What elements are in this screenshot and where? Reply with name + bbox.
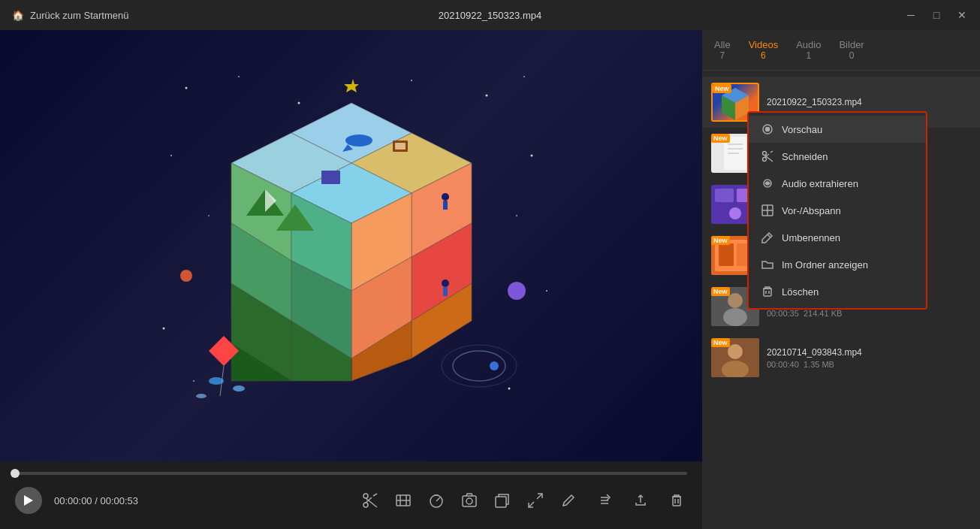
minimize-button[interactable]: ─	[905, 9, 917, 21]
sort-icon[interactable]	[594, 490, 615, 511]
new-badge-2: New	[711, 134, 730, 143]
time-separator: /	[92, 495, 101, 506]
svg-point-83	[466, 498, 472, 504]
svg-rect-91	[673, 497, 680, 506]
new-badge-6: New	[711, 338, 730, 347]
video-controls: 00:00:00 / 00:00:53	[0, 461, 702, 529]
tab-alle[interactable]: Alle 7	[714, 39, 731, 64]
resize-icon[interactable]	[525, 490, 546, 511]
svg-point-60	[508, 282, 526, 300]
svg-point-110	[728, 293, 743, 308]
progress-bar-container[interactable]	[15, 461, 687, 479]
right-controls	[558, 490, 687, 511]
svg-point-116	[766, 128, 770, 131]
home-icon: 🏠	[12, 10, 24, 21]
loeschen-icon	[761, 285, 774, 298]
context-menu-audio[interactable]: Audio extrahieren	[749, 170, 926, 197]
play-button[interactable]	[15, 487, 42, 514]
new-badge-5: New	[711, 287, 730, 296]
vorabspann-icon	[761, 204, 774, 217]
sidebar: Alle 7 Videos 6 Audio 1 Bilder 0 New	[702, 30, 980, 529]
svg-point-118	[763, 158, 767, 162]
progress-bar-track[interactable]	[15, 472, 687, 475]
progress-dot[interactable]	[11, 469, 20, 478]
svg-point-7	[530, 155, 532, 157]
media-name-1: 20210922_150323.mp4	[767, 97, 971, 107]
media-meta-6: 00:00:40 1.35 MB	[767, 360, 971, 369]
video-area: 00:00:00 / 00:00:53	[0, 30, 702, 529]
maximize-button[interactable]: □	[930, 9, 942, 21]
new-badge-4: New	[711, 236, 730, 245]
svg-point-104	[729, 207, 741, 219]
media-item-6[interactable]: New 20210714_093843.mp4 00:00:40 1.35 MB	[702, 332, 980, 383]
context-menu-vorschau[interactable]: Vorschau	[749, 116, 926, 143]
time-current: 00:00:00	[54, 495, 92, 506]
main-layout: 00:00:00 / 00:00:53	[0, 30, 980, 529]
edit-icon[interactable]	[558, 490, 579, 511]
svg-rect-82	[463, 496, 476, 506]
video-player[interactable]	[0, 30, 702, 461]
svg-point-11	[546, 290, 547, 292]
tab-audio-count: 1	[806, 50, 811, 61]
vorabspann-label: Vor-/Abspann	[782, 205, 841, 216]
svg-point-6	[170, 155, 172, 156]
svg-point-5	[523, 76, 525, 77]
tab-videos[interactable]: Videos 6	[749, 39, 779, 64]
tab-audio[interactable]: Audio 1	[796, 39, 821, 64]
svg-point-61	[180, 270, 192, 282]
context-menu-ordner[interactable]: Im Ordner anzeigen	[749, 251, 926, 278]
media-name-6: 20210714_093843.mp4	[767, 347, 971, 358]
speed-icon[interactable]	[426, 490, 447, 511]
svg-point-2	[297, 102, 300, 104]
context-menu-schneiden[interactable]: Schneiden	[749, 143, 926, 170]
svg-point-70	[363, 494, 368, 498]
svg-line-127	[767, 234, 770, 237]
sidebar-tabs: Alle 7 Videos 6 Audio 1 Bilder 0	[702, 30, 980, 71]
ordner-label: Im Ordner anzeigen	[782, 259, 868, 271]
svg-point-9	[516, 215, 517, 216]
svg-rect-49	[443, 287, 448, 296]
umbenennen-icon	[761, 231, 774, 244]
titlebar-left: 🏠 Zurück zum Startmenü	[12, 10, 129, 21]
svg-rect-54	[395, 143, 406, 150]
svg-point-56	[345, 135, 372, 147]
titlebar: 🏠 Zurück zum Startmenü 20210922_150323.m…	[0, 0, 980, 30]
svg-rect-102	[715, 189, 734, 202]
vorschau-icon	[761, 122, 774, 136]
svg-point-1	[238, 76, 240, 77]
svg-line-86	[529, 502, 534, 507]
context-menu-umbenennen[interactable]: Umbenennen	[749, 224, 926, 251]
tab-alle-count: 7	[720, 50, 725, 61]
tab-bilder[interactable]: Bilder 0	[839, 39, 864, 64]
export-icon[interactable]	[630, 490, 651, 511]
cube-illustration	[149, 65, 554, 426]
svg-point-117	[763, 152, 767, 156]
svg-rect-84	[496, 497, 506, 507]
trim-icon[interactable]	[393, 490, 414, 511]
titlebar-right: ─ □ ✕	[905, 9, 968, 21]
delete-icon[interactable]	[666, 490, 687, 511]
context-menu-loeschen[interactable]: Löschen	[749, 278, 926, 305]
context-menu-vorabspann[interactable]: Vor-/Abspann	[749, 197, 926, 224]
svg-rect-129	[764, 289, 771, 296]
svg-point-12	[193, 380, 194, 382]
context-menu: Vorschau Schneiden	[747, 111, 927, 310]
svg-point-113	[728, 344, 743, 359]
svg-point-3	[411, 80, 412, 81]
video-thumbnail	[0, 30, 702, 461]
svg-point-4	[485, 95, 487, 97]
svg-point-10	[162, 328, 164, 330]
cut-icon[interactable]	[360, 490, 381, 511]
back-label[interactable]: Zurück zum Startmenü	[30, 10, 129, 21]
tab-videos-label: Videos	[749, 39, 779, 50]
svg-point-67	[196, 394, 207, 398]
svg-line-85	[537, 494, 542, 499]
close-button[interactable]: ✕	[956, 9, 968, 21]
vorschau-label: Vorschau	[782, 124, 822, 135]
schneiden-icon	[761, 150, 774, 163]
snapshot-icon[interactable]	[459, 490, 480, 511]
media-info-6: 20210714_093843.mp4 00:00:40 1.35 MB	[767, 347, 971, 369]
copy-icon[interactable]	[492, 490, 513, 511]
media-thumb-6: New	[711, 338, 759, 377]
svg-point-123	[767, 183, 769, 185]
